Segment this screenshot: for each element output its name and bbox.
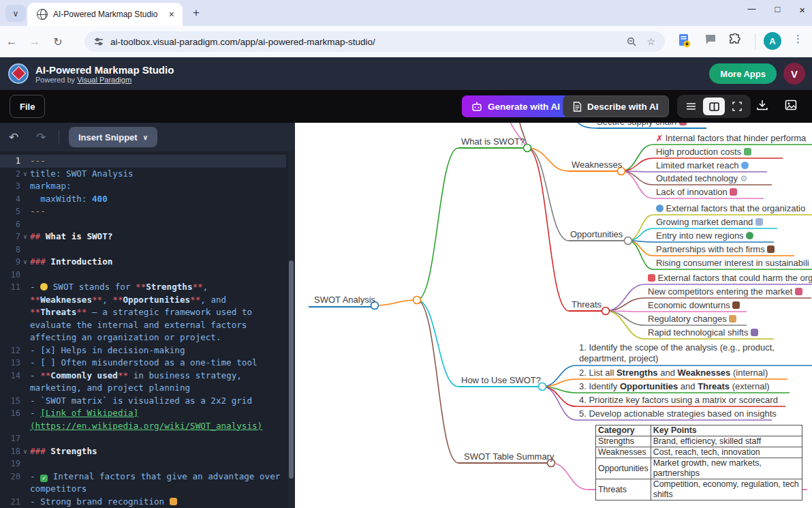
line-content: ### Introduction (30, 256, 286, 269)
editor-line[interactable]: 2∨title: SWOT Analysis (0, 168, 286, 181)
markdown-editor-panel: ↶ ↷ Insert Snippet ∨ 1---2∨title: SWOT A… (0, 123, 295, 508)
fold-gutter (20, 407, 30, 432)
swot-summary-table: CategoryKey PointsStrengthsBrand, effici… (595, 425, 802, 500)
emoji-icon (751, 329, 758, 336)
fold-chevron-icon[interactable]: ∨ (20, 445, 30, 458)
zoom-out-icon[interactable] (627, 37, 637, 47)
fullscreen-view-icon[interactable] (726, 98, 748, 115)
insert-snippet-button[interactable]: Insert Snippet ∨ (69, 127, 157, 147)
fold-gutter (20, 496, 30, 508)
browser-menu-icon[interactable]: ⋮ (793, 33, 803, 45)
mindmap-node-opp-1: External factors that the organizatio (656, 203, 805, 213)
editor-view-icon[interactable] (680, 98, 702, 115)
editor-line[interactable]: 16- [Link of Wikipedia](https://en.wikip… (0, 407, 286, 432)
powered-by: Powered by Visual Paradigm (35, 76, 174, 84)
node-toggle-circle[interactable] (602, 308, 610, 315)
window-maximize-button[interactable]: □ (775, 4, 780, 16)
emoji-icon (656, 205, 663, 212)
reload-icon[interactable]: ↻ (46, 35, 69, 48)
editor-line[interactable]: 12- [x] Helps in decision-making (0, 344, 286, 357)
mindmap-node-how-to-use-swot: How to Use SWOT? (461, 375, 541, 385)
line-number: 11 (0, 281, 20, 344)
line-content: --- (30, 205, 286, 218)
back-icon[interactable]: ← (0, 35, 23, 48)
side-panel-icon[interactable] (704, 33, 717, 46)
editor-line[interactable]: 18∨### Strengths (0, 445, 286, 458)
mindmap-panel[interactable]: markmap+−□▣○ CategoryKey PointsStrengths… (295, 123, 812, 508)
editor-line[interactable]: 4 maxWidth: 400 (0, 193, 286, 206)
fold-gutter (20, 205, 30, 218)
address-bar[interactable]: ai-toolbox.visual-paradigm.com/app/ai-po… (84, 31, 665, 52)
node-toggle-circle[interactable] (625, 237, 632, 245)
mindmap-node-threat-4: Regulatory changes (648, 314, 736, 324)
export-image-icon[interactable] (785, 99, 797, 111)
node-toggle-circle[interactable] (413, 297, 421, 304)
mindmap-node-opp-5: Rising consumer interest in sustainabili (656, 258, 809, 268)
url-text[interactable]: ai-toolbox.visual-paradigm.com/app/ai-po… (110, 37, 627, 47)
forward-icon[interactable]: → (23, 35, 46, 48)
extensions-puzzle-icon[interactable] (729, 33, 742, 46)
editor-line[interactable]: 10 (0, 269, 286, 282)
fold-gutter (20, 218, 30, 231)
editor-line[interactable]: 17 (0, 432, 286, 445)
editor-line[interactable]: 19 (0, 458, 286, 470)
document-icon (573, 102, 582, 112)
more-apps-button[interactable]: More Apps (709, 63, 777, 84)
editor-line[interactable]: 15- `SWOT matrix` is visualized as a 2x2… (0, 395, 286, 408)
bookmark-star-icon[interactable]: ☆ (646, 36, 655, 47)
tab-close-icon[interactable]: × (166, 9, 177, 20)
editor-line[interactable]: 1--- (0, 155, 286, 168)
table-cell: Weaknesses (596, 447, 651, 458)
split-view-icon[interactable] (703, 98, 725, 115)
editor-line[interactable]: 13- [ ] Often misunderstood as a one-tim… (0, 357, 286, 370)
fold-gutter (20, 180, 30, 193)
editor-line[interactable]: 6 (0, 218, 286, 231)
mindmap-edge (375, 300, 417, 305)
mindmap-edge (551, 463, 588, 490)
editor-scrollbar-thumb[interactable] (289, 260, 294, 479)
mindmap-edge (527, 148, 569, 311)
browser-profile-avatar[interactable]: A (764, 32, 781, 50)
new-tab-button[interactable]: + (193, 6, 200, 20)
download-icon[interactable] (756, 99, 768, 111)
user-avatar[interactable]: V (783, 63, 805, 85)
mindmap-node-weak-2: High production costs (656, 147, 751, 157)
mindmap-node-swot-table-summary: SWOT Table Summary (464, 451, 554, 462)
mindmap-node-weak-5: Lack of innovation (656, 187, 737, 197)
editor-line[interactable]: 11- SWOT stands for **Strengths**, **Wea… (0, 281, 286, 344)
generate-with-ai-button[interactable]: Generate with AI (462, 95, 569, 117)
emoji-icon: ✗ (656, 134, 663, 143)
editor-line[interactable]: 3markmap: (0, 180, 286, 193)
tab-search-button[interactable]: ∨ (5, 5, 26, 22)
emoji-icon (755, 218, 763, 226)
fold-gutter (20, 432, 30, 445)
fold-chevron-icon[interactable]: ∨ (20, 230, 30, 243)
browser-tab[interactable]: AI-Powered Markmap Studio × (27, 3, 183, 26)
line-number: 12 (0, 344, 20, 357)
save-share-icon[interactable] (678, 33, 691, 48)
editor-line[interactable]: 14- **Commonly used** in business strate… (0, 370, 286, 395)
editor-line[interactable]: 20- ✓ Internal factors that give an adva… (0, 470, 286, 496)
table-cell: Competition, economy, regulation, tech s… (651, 479, 802, 500)
visual-paradigm-link[interactable]: Visual Paradigm (77, 76, 131, 84)
site-settings-icon[interactable] (94, 37, 104, 46)
window-minimize-button[interactable]: — (747, 4, 755, 16)
mindmap-node-how-3: 3. Identify Opportunities and Threats (e… (579, 381, 770, 391)
window-close-button[interactable]: × (799, 4, 805, 16)
editor-line[interactable]: 7∨## What is SWOT? (0, 230, 286, 243)
describe-with-ai-button[interactable]: Describe with AI (563, 95, 669, 117)
fold-chevron-icon[interactable]: ∨ (20, 168, 30, 181)
fold-gutter (20, 357, 30, 370)
fold-chevron-icon[interactable]: ∨ (20, 256, 30, 269)
editor-line[interactable]: 9∨### Introduction (0, 256, 286, 269)
editor-line[interactable]: 5--- (0, 205, 286, 218)
editor-toolbar: ↶ ↷ Insert Snippet ∨ (0, 123, 295, 151)
editor-line[interactable]: 21- Strong brand recognition (0, 496, 286, 508)
line-content: - [ ] Often misunderstood as a one-time … (30, 357, 286, 370)
redo-icon[interactable]: ↷ (27, 130, 54, 145)
editor-line[interactable]: 8 (0, 243, 286, 256)
editor-toolbar-divider (59, 130, 59, 145)
file-menu-button[interactable]: File (10, 95, 45, 118)
undo-icon[interactable]: ↶ (0, 130, 27, 145)
code-editor[interactable]: 1---2∨title: SWOT Analysis3markmap:4 max… (0, 151, 286, 508)
